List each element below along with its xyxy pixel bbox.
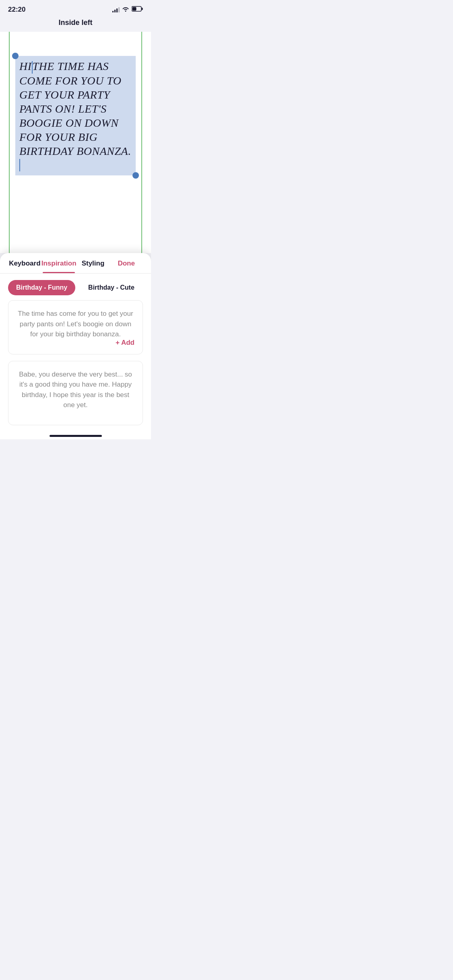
text-cursor-end xyxy=(19,159,20,171)
canvas-text: HITHE TIME HAS COME FOR YOU TO GET YOUR … xyxy=(19,59,132,172)
bottom-panel: Keyboard Inspiration Styling Done Birthd… xyxy=(0,253,151,439)
selection-handle-bottom[interactable] xyxy=(132,172,139,179)
tab-bar: Keyboard Inspiration Styling Done xyxy=(0,253,151,274)
tab-inspiration[interactable]: Inspiration xyxy=(41,259,77,273)
status-time: 22:20 xyxy=(8,6,25,14)
home-indicator xyxy=(0,432,151,439)
inspiration-card-1: The time has come for you to get your pa… xyxy=(8,300,143,354)
pill-birthday-cute[interactable]: Birthday - Cute xyxy=(80,280,143,295)
green-border-right xyxy=(141,32,142,253)
svg-rect-1 xyxy=(142,8,143,10)
status-icons xyxy=(112,6,143,13)
status-bar: 22:20 xyxy=(0,0,151,17)
page-title: Inside left xyxy=(58,19,92,27)
canvas-inner: HITHE TIME HAS COME FOR YOU TO GET YOUR … xyxy=(0,32,151,253)
text-cursor xyxy=(32,61,33,74)
green-border-left xyxy=(9,32,10,253)
inspiration-card-2: Babe, you deserve the very best... so it… xyxy=(8,361,143,425)
page-title-bar: Inside left xyxy=(0,17,151,32)
pill-birthday-funny[interactable]: Birthday - Funny xyxy=(8,280,75,295)
add-button-1[interactable]: + Add xyxy=(116,339,134,347)
tab-keyboard[interactable]: Keyboard xyxy=(8,259,41,273)
pill-birthday-general[interactable]: Birthdo xyxy=(147,280,151,295)
text-content-area[interactable]: HITHE TIME HAS COME FOR YOU TO GET YOUR … xyxy=(15,56,136,175)
signal-icon xyxy=(112,7,120,12)
card-1-text: The time has come for you to get your pa… xyxy=(17,309,134,340)
tab-styling[interactable]: Styling xyxy=(77,259,110,273)
tab-done[interactable]: Done xyxy=(110,259,143,273)
inspiration-cards: The time has come for you to get your pa… xyxy=(0,300,151,432)
battery-icon xyxy=(132,6,143,13)
home-bar xyxy=(50,435,102,437)
wifi-icon xyxy=(122,6,129,13)
selection-handle-top[interactable] xyxy=(12,53,19,59)
svg-rect-2 xyxy=(132,7,137,11)
canvas-area[interactable]: HITHE TIME HAS COME FOR YOU TO GET YOUR … xyxy=(0,32,151,253)
card-2-text: Babe, you deserve the very best... so it… xyxy=(17,369,134,410)
selected-text-block: HITHE TIME HAS COME FOR YOU TO GET YOUR … xyxy=(15,56,136,175)
category-pills: Birthday - Funny Birthday - Cute Birthdo xyxy=(0,274,151,300)
